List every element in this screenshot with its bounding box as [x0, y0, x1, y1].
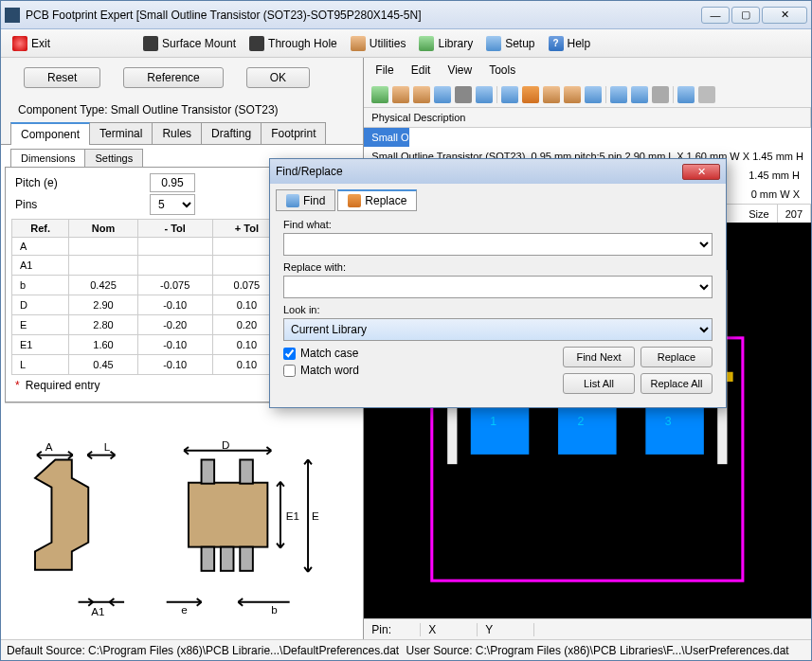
menu-view[interactable]: View: [447, 63, 472, 77]
svg-text:D: D: [222, 438, 229, 451]
book-icon[interactable]: [371, 86, 388, 103]
search-icon[interactable]: [476, 86, 493, 103]
zoom-icon[interactable]: [501, 86, 518, 103]
tab-drafting[interactable]: Drafting: [201, 122, 262, 145]
export-icon[interactable]: [631, 86, 648, 103]
svg-text:A1: A1: [91, 605, 104, 617]
ok-button[interactable]: OK: [246, 67, 310, 88]
subtab-dimensions[interactable]: Dimensions: [10, 149, 85, 167]
svg-text:3: 3: [665, 415, 672, 428]
grid-size-value: 207: [778, 205, 811, 223]
app-icon: [5, 8, 20, 23]
setup-button[interactable]: Setup: [486, 36, 534, 51]
minimize-button[interactable]: —: [701, 7, 730, 24]
pins-select[interactable]: 5: [150, 194, 195, 215]
dialog-close-button[interactable]: ✕: [682, 164, 720, 180]
tab-terminal[interactable]: Terminal: [89, 122, 153, 145]
default-source: Default Source: C:\Program Files (x86)\P…: [7, 644, 406, 657]
svg-rect-12: [240, 547, 253, 571]
save-icon[interactable]: [434, 86, 451, 103]
svg-rect-11: [202, 547, 215, 571]
svg-text:b: b: [271, 603, 277, 616]
replace-button[interactable]: Replace: [641, 347, 713, 367]
col-nom: Nom: [69, 220, 137, 238]
find-next-button[interactable]: Find Next: [563, 347, 635, 367]
action-icon[interactable]: [455, 86, 472, 103]
col-ref: Ref.: [12, 220, 69, 238]
svg-text:1: 1: [491, 415, 497, 428]
match-word-checkbox[interactable]: Match word: [283, 364, 563, 377]
undo-icon[interactable]: [677, 86, 695, 103]
magnifier-icon: [286, 194, 299, 207]
pins-label: Pins: [11, 198, 150, 211]
main-tabs: Component Terminal Rules Drafting Footpr…: [1, 122, 363, 145]
main-toolbar: Exit Surface Mount Through Hole Utilitie…: [1, 29, 811, 58]
find-replace-dialog: Find/Replace ✕ Find Replace Find what: R…: [269, 158, 727, 408]
surface-mount-button[interactable]: Surface Mount: [143, 36, 236, 51]
ab-icon[interactable]: [522, 86, 539, 103]
library-button[interactable]: Library: [419, 36, 473, 51]
exit-button[interactable]: Exit: [12, 36, 50, 51]
match-case-checkbox[interactable]: Match case: [283, 347, 563, 360]
menu-file[interactable]: File: [375, 63, 393, 77]
grid-row-0[interactable]: Small Outline Transistor (SOT23), 0.95 m…: [364, 128, 409, 147]
titlebar: PCB Footprint Expert [Small Outline Tran…: [1, 1, 811, 29]
svg-text:e: e: [181, 603, 187, 616]
grid-size-label: Size: [741, 205, 777, 223]
window-title: PCB Footprint Expert [Small Outline Tran…: [26, 9, 701, 22]
svg-text:L: L: [104, 440, 111, 453]
exit-icon: [12, 36, 27, 51]
look-in-label: Look in:: [283, 304, 713, 315]
grid-header-desc[interactable]: Physical Description: [364, 108, 811, 127]
open-icon[interactable]: [392, 86, 409, 103]
look-in-select[interactable]: Current Library: [283, 318, 713, 341]
folder-icon[interactable]: [413, 86, 430, 103]
status-x: X: [421, 623, 478, 636]
through-hole-button[interactable]: Through Hole: [249, 36, 337, 51]
find-what-input[interactable]: [283, 233, 713, 256]
pitch-input[interactable]: [150, 173, 195, 192]
pitch-label: Pitch (e): [11, 176, 150, 189]
tab-rules[interactable]: Rules: [152, 122, 202, 145]
redo-icon[interactable]: [698, 86, 715, 103]
utilities-icon: [351, 36, 366, 51]
utilities-button[interactable]: Utilities: [351, 36, 406, 51]
import-icon[interactable]: [610, 86, 627, 103]
grid-icon[interactable]: [585, 86, 602, 103]
list-all-button[interactable]: List All: [563, 373, 635, 394]
grid-tail-0: 1.45 mm H: [741, 166, 807, 185]
setup-icon: [486, 36, 501, 51]
tab-footprint[interactable]: Footprint: [261, 122, 326, 145]
maximize-button[interactable]: ▢: [731, 7, 760, 24]
replace-all-button[interactable]: Replace All: [641, 373, 713, 394]
replace-tab[interactable]: Replace: [337, 189, 417, 211]
star-icon[interactable]: [543, 86, 560, 103]
surface-mount-icon: [143, 36, 158, 51]
menu-tools[interactable]: Tools: [489, 63, 515, 77]
svg-rect-10: [240, 459, 253, 483]
svg-rect-8: [189, 483, 267, 547]
list-icon[interactable]: [564, 86, 581, 103]
replace-with-input[interactable]: [283, 276, 713, 298]
menu-edit[interactable]: Edit: [411, 63, 431, 77]
component-type-label: Component Type: Small Outline Transistor…: [1, 98, 363, 122]
svg-rect-13: [221, 547, 234, 571]
dialog-title: Find/Replace: [276, 165, 682, 178]
library-icon: [419, 36, 434, 51]
svg-text:2: 2: [578, 415, 585, 428]
tab-component[interactable]: Component: [10, 122, 90, 145]
subtab-settings[interactable]: Settings: [84, 149, 143, 167]
right-icon-bar: [364, 82, 811, 108]
close-button[interactable]: ✕: [762, 7, 807, 24]
delete-icon[interactable]: [652, 86, 669, 103]
svg-text:E1: E1: [286, 509, 299, 522]
reset-button[interactable]: Reset: [24, 67, 100, 88]
reference-button[interactable]: Reference: [123, 67, 223, 88]
help-icon: ?: [549, 36, 564, 51]
help-button[interactable]: ?Help: [549, 36, 591, 51]
find-tab[interactable]: Find: [276, 189, 335, 211]
replace-icon: [348, 194, 361, 207]
svg-text:A: A: [45, 440, 53, 453]
user-source: User Source: C:\Program Files (x86)\PCB …: [406, 644, 806, 657]
status-pin: Pin:: [364, 623, 421, 636]
